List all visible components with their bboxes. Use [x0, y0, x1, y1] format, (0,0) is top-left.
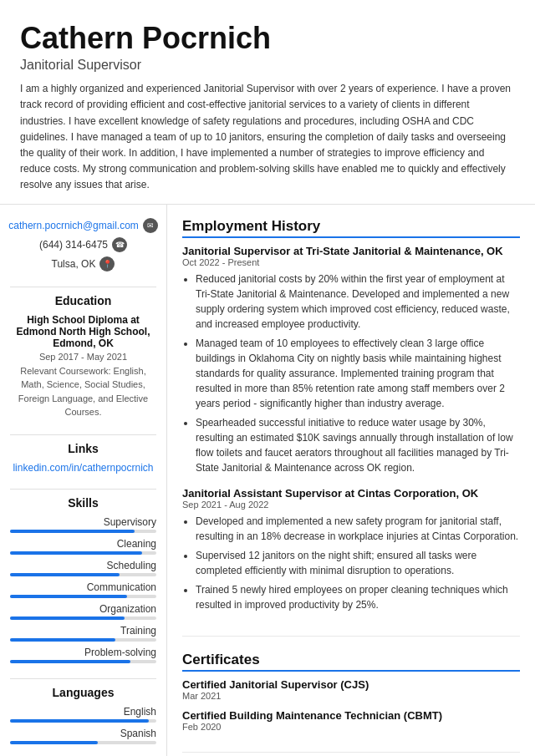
language-bar-fill [10, 741, 98, 744]
job-bullet: Managed team of 10 employees to effectiv… [196, 336, 520, 411]
certificates-section: Certificates Certified Janitorial Superv… [182, 652, 520, 753]
edu-degree: High School Diploma at Edmond North High… [10, 314, 156, 349]
language-bar-bg [10, 741, 156, 744]
email-link[interactable]: cathern.pocrnich@gmail.com [8, 220, 139, 231]
skill-label: Supervisory [10, 516, 156, 528]
job-bullet: Trained 5 newly hired employees on prope… [196, 582, 520, 612]
job-entry: Janitorial Supervisor at Tri-State Janit… [182, 245, 520, 475]
candidate-name: Cathern Pocrnich [20, 20, 515, 56]
skill-bar-bg [10, 595, 156, 598]
job-bullet: Supervised 12 janitors on the night shif… [196, 548, 520, 578]
skill-item: Cleaning [10, 538, 156, 555]
linkedin-link[interactable]: linkedin.com/in/cathernpocrnich [10, 462, 156, 474]
phone-contact: (644) 314-6475 ☎ [10, 237, 156, 252]
cert-name: Certified Janitorial Supervisor (CJS) [182, 678, 520, 691]
employment-title: Employment History [182, 218, 520, 238]
education-section: Education High School Diploma at Edmond … [10, 294, 156, 419]
skill-bar-fill [10, 530, 135, 533]
skill-bar-fill [10, 616, 125, 620]
language-label: English [10, 706, 156, 718]
location-contact: Tulsa, OK 📍 [10, 256, 156, 271]
edu-courses: Relevant Coursework: English, Math, Scie… [10, 364, 156, 419]
skill-item: Training [10, 625, 156, 642]
skill-bar-bg [10, 638, 156, 642]
main-layout: cathern.pocrnich@gmail.com ✉ (644) 314-6… [0, 205, 535, 757]
language-bar-fill [10, 719, 149, 723]
job-bullet: Spearheaded successful initiative to red… [196, 415, 520, 475]
employment-section: Employment History Janitorial Supervisor… [182, 218, 520, 637]
skill-item: Problem-solving [10, 647, 156, 663]
job-dates: Sep 2021 - Aug 2022 [182, 500, 520, 510]
job-bullets: Reduced janitorial costs by 20% within t… [182, 271, 520, 475]
sidebar: cathern.pocrnich@gmail.com ✉ (644) 314-6… [0, 205, 167, 757]
cert-entry: Certified Building Maintenance Technicia… [182, 709, 520, 732]
skill-label: Scheduling [10, 560, 156, 571]
links-title: Links [10, 442, 156, 455]
job-bullets: Developed and implemented a new safety p… [182, 514, 520, 612]
skill-bar-fill [10, 660, 130, 663]
phone-icon: ☎ [112, 237, 127, 252]
skills-title: Skills [10, 496, 156, 510]
edu-dates: Sep 2017 - May 2021 [10, 352, 156, 362]
location-text: Tulsa, OK [52, 258, 96, 270]
skill-bar-bg [10, 530, 156, 533]
skills-list: Supervisory Cleaning Scheduling Communic… [10, 516, 156, 663]
skill-bar-bg [10, 616, 156, 620]
job-dates: Oct 2022 - Present [182, 257, 520, 267]
job-bullet: Developed and implemented a new safety p… [196, 514, 520, 544]
skill-bar-bg [10, 551, 156, 555]
languages-list: English Spanish [10, 706, 156, 744]
languages-section: Languages English Spanish [10, 686, 156, 744]
skill-bar-bg [10, 573, 156, 576]
skill-item: Organization [10, 603, 156, 620]
language-bar-bg [10, 719, 156, 723]
skill-bar-fill [10, 638, 115, 642]
skill-item: Communication [10, 581, 156, 598]
location-icon: 📍 [99, 256, 115, 271]
cert-date: Mar 2021 [182, 691, 520, 701]
education-title: Education [10, 294, 156, 307]
skill-label: Problem-solving [10, 647, 156, 658]
certs-list: Certified Janitorial Supervisor (CJS) Ma… [182, 678, 520, 732]
language-label: Spanish [10, 728, 156, 739]
languages-title: Languages [10, 686, 156, 699]
summary: I am a highly organized and experienced … [20, 81, 515, 193]
phone-number: (644) 314-6475 [39, 239, 108, 251]
email-icon: ✉ [143, 218, 158, 233]
links-section: Links linkedin.com/in/cathernpocrnich [10, 442, 156, 474]
job-company: Janitorial Assistant Supervisor at Cinta… [182, 487, 520, 500]
skill-label: Cleaning [10, 538, 156, 550]
skill-bar-fill [10, 573, 120, 576]
jobs-list: Janitorial Supervisor at Tri-State Janit… [182, 245, 520, 612]
skill-label: Training [10, 625, 156, 637]
skill-item: Supervisory [10, 516, 156, 533]
cert-date: Feb 2020 [182, 722, 520, 732]
job-bullet: Reduced janitorial costs by 20% within t… [196, 271, 520, 332]
skill-label: Communication [10, 581, 156, 593]
skill-bar-fill [10, 551, 142, 555]
skill-label: Organization [10, 603, 156, 615]
certificates-title: Certificates [182, 652, 520, 672]
header: Cathern Pocrnich Janitorial Supervisor I… [0, 0, 535, 205]
language-item: English [10, 706, 156, 723]
job-company: Janitorial Supervisor at Tri-State Janit… [182, 245, 520, 257]
content-area: Employment History Janitorial Supervisor… [167, 205, 535, 757]
skill-bar-fill [10, 595, 127, 598]
email-contact: cathern.pocrnich@gmail.com ✉ [10, 218, 156, 233]
language-item: Spanish [10, 728, 156, 744]
cert-name: Certified Building Maintenance Technicia… [182, 709, 520, 722]
job-title: Janitorial Supervisor [20, 58, 515, 73]
skill-bar-bg [10, 660, 156, 663]
skills-section: Skills Supervisory Cleaning Scheduling C… [10, 496, 156, 663]
job-entry: Janitorial Assistant Supervisor at Cinta… [182, 487, 520, 612]
skill-item: Scheduling [10, 560, 156, 576]
cert-entry: Certified Janitorial Supervisor (CJS) Ma… [182, 678, 520, 701]
contact-section: cathern.pocrnich@gmail.com ✉ (644) 314-6… [10, 218, 156, 271]
